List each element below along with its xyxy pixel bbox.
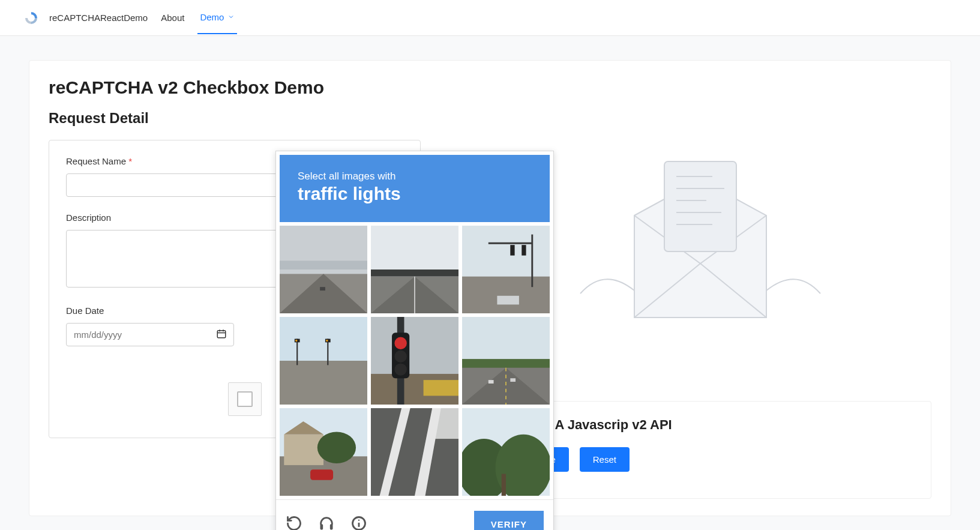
- reset-button[interactable]: Reset: [580, 447, 630, 472]
- nav-demo[interactable]: Demo: [197, 1, 237, 34]
- svg-point-42: [394, 363, 406, 375]
- captcha-instruction-subject: traffic lights: [298, 184, 532, 204]
- captcha-footer: VERIFY: [276, 499, 553, 530]
- svg-rect-27: [280, 317, 367, 361]
- svg-point-41: [394, 350, 406, 362]
- captcha-header: Select all images with traffic lights: [280, 155, 550, 222]
- captcha-tile-2[interactable]: [371, 226, 458, 313]
- page-body: reCAPTCHA v2 Checkbox Demo Request Detai…: [0, 36, 980, 530]
- captcha-tile-8[interactable]: [371, 408, 458, 496]
- required-mark: *: [128, 156, 132, 166]
- svg-rect-48: [510, 378, 516, 382]
- brand-title[interactable]: reCAPTCHAReactDemo: [49, 13, 148, 23]
- label-request-name-text: Request Name: [66, 156, 126, 166]
- recaptcha-logo-icon: [24, 11, 38, 25]
- svg-rect-21: [462, 277, 550, 313]
- svg-rect-16: [371, 270, 458, 277]
- svg-rect-47: [488, 380, 494, 384]
- top-navbar: reCAPTCHAReactDemo About Demo: [0, 0, 980, 36]
- svg-point-68: [358, 519, 359, 520]
- captcha-tile-1[interactable]: [280, 226, 367, 313]
- captcha-tile-4[interactable]: [280, 317, 367, 405]
- info-icon[interactable]: [350, 515, 367, 531]
- svg-rect-24: [510, 245, 514, 256]
- svg-rect-26: [497, 296, 519, 305]
- captcha-tile-3[interactable]: [462, 226, 550, 313]
- svg-rect-25: [522, 245, 526, 256]
- svg-point-54: [317, 432, 356, 463]
- nav-demo-label: Demo: [200, 12, 224, 22]
- svg-point-40: [394, 337, 406, 349]
- chevron-down-icon: [227, 12, 235, 22]
- svg-rect-20: [462, 226, 550, 277]
- svg-rect-64: [320, 524, 323, 529]
- svg-rect-28: [280, 361, 367, 405]
- due-date-input[interactable]: [66, 323, 234, 346]
- svg-rect-37: [424, 380, 458, 396]
- captcha-popup: Select all images with traffic lights: [275, 151, 554, 530]
- nav-about[interactable]: About: [158, 2, 187, 34]
- captcha-tile-7[interactable]: [280, 408, 367, 496]
- svg-rect-65: [330, 524, 333, 529]
- content-card: reCAPTCHA v2 Checkbox Demo Request Detai…: [29, 60, 951, 516]
- captcha-tile-6[interactable]: [462, 317, 550, 405]
- svg-rect-63: [502, 474, 506, 496]
- svg-rect-43: [462, 317, 550, 359]
- svg-rect-55: [310, 469, 333, 480]
- captcha-image-grid: [276, 226, 553, 499]
- captcha-tile-5[interactable]: [371, 317, 458, 405]
- verify-button[interactable]: VERIFY: [474, 511, 544, 530]
- svg-rect-14: [320, 287, 325, 291]
- captcha-tile-9[interactable]: [462, 408, 550, 496]
- svg-point-34: [326, 340, 328, 342]
- recaptcha-checkbox[interactable]: [237, 391, 253, 407]
- headphones-icon[interactable]: [318, 515, 335, 531]
- section-title: Request Detail: [49, 110, 421, 127]
- envelope-illustration-icon: [562, 125, 838, 332]
- captcha-instruction-line1: Select all images with: [298, 170, 532, 182]
- page-title: reCAPTCHA v2 Checkbox Demo: [49, 77, 421, 98]
- svg-rect-11: [280, 260, 367, 270]
- svg-rect-4: [664, 161, 736, 251]
- recaptcha-checkbox-widget[interactable]: [228, 382, 262, 416]
- svg-point-33: [295, 340, 298, 342]
- reload-icon[interactable]: [286, 515, 302, 531]
- svg-rect-15: [371, 226, 458, 274]
